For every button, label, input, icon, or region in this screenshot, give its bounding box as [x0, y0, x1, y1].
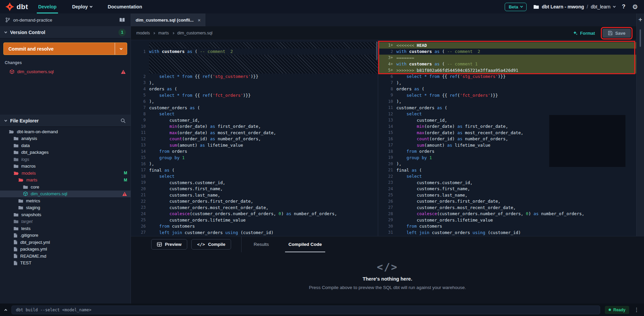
chevron-down-icon [4, 30, 7, 33]
status-badge[interactable]: Ready [605, 306, 629, 314]
diff-pane-incoming[interactable]: 1+<<<<<<< HEAD2with customers as ( -- co… [378, 40, 636, 236]
results-tab-results[interactable]: Results [250, 236, 272, 252]
tree-item-gitignore[interactable]: .gitignore [0, 232, 131, 239]
nav-item-develop[interactable]: Develop [37, 0, 58, 13]
diff-pane-current[interactable]: 1with customers as ( -- comment 22 selec… [131, 40, 378, 236]
line-number: 19 [131, 180, 149, 185]
compile-button[interactable]: </> Compile [191, 239, 231, 250]
docs-book-icon[interactable] [119, 18, 125, 23]
tree-item-packages-yml[interactable]: packages.yml [0, 246, 131, 253]
line-number: 9 [378, 93, 396, 97]
code-line-12: 12 count(order_id) as number_of_orders, [131, 136, 378, 142]
tree-item-staging[interactable]: staging [0, 204, 131, 211]
empty-state: </> There's nothing here. Press Compile … [131, 252, 644, 304]
line-number: 27 [378, 205, 396, 210]
tree-item-dbt-learn-on-demand[interactable]: dbt-learn-on-demand [0, 128, 131, 135]
code-line-26: 26 from customers [131, 223, 378, 230]
results-panel-toolbar: Preview </> Compile ResultsCompiled Code [131, 236, 644, 252]
nav-item-documentation[interactable]: Documentation [106, 0, 143, 13]
preview-button[interactable]: Preview [151, 239, 187, 250]
version-control-header[interactable]: Version Control 1 [0, 26, 131, 38]
tree-item-metrics[interactable]: metrics [0, 197, 131, 204]
tree-item-snapshots[interactable]: snapshots [0, 211, 131, 218]
left-pane-scrollbar[interactable] [376, 41, 377, 60]
line-number: 11 [378, 105, 396, 110]
right-pane-scrollbar[interactable] [640, 29, 641, 47]
code-line-4: 4+with customers as ( -- comment 1 [378, 61, 636, 67]
folder-open-icon [18, 178, 24, 182]
tree-item-core[interactable]: core [0, 183, 131, 191]
beta-label: Beta [509, 4, 518, 9]
code-line-4: 4orders as ( [131, 86, 378, 92]
line-number: 16 [131, 162, 149, 166]
tree-item-dbt-project-yml[interactable]: dbt_project.yml [0, 239, 131, 246]
tree-item-logs[interactable]: logs [0, 156, 131, 163]
code-line-21: 21 customers.last_name, [131, 192, 378, 198]
search-icon[interactable] [120, 118, 126, 123]
breadcrumb-dim-customers-sql[interactable]: dim_customers.sql [177, 31, 213, 35]
tab-dim-customers[interactable]: dim_customers.sql (confli... × [131, 13, 205, 26]
dbt-logo[interactable]: dbt [0, 0, 37, 13]
version-control-title: Version Control [10, 30, 45, 35]
project-branch: dbt_learn [591, 4, 610, 9]
tree-item-models[interactable]: modelsM [0, 170, 131, 177]
code-line-30: 30 from customers [378, 223, 636, 230]
tree-item-data[interactable]: data [0, 142, 131, 149]
code-line-9: 9 customer_id, [131, 117, 378, 123]
tree-item-label: analysis [21, 136, 37, 141]
tree-item-dim-customers-sql[interactable]: dim_customers.sql [0, 191, 131, 198]
line-number: 10 [378, 99, 396, 104]
changed-file-dim-customers-sql[interactable]: dim_customers.sql [0, 68, 131, 76]
tree-item-test[interactable]: TEST [0, 260, 131, 267]
tree-item-target[interactable]: target [0, 218, 131, 225]
tree-item-label: dbt_packages [21, 150, 49, 155]
line-number: 15 [131, 155, 149, 160]
format-button[interactable]: Format [573, 31, 595, 36]
changes-list: dim_customers.sql [0, 68, 131, 76]
tree-item-marts[interactable]: martsM [0, 177, 131, 184]
breadcrumb-marts[interactable]: marts [158, 31, 169, 35]
top-navbar: dbt DevelopDeployDocumentation Beta dbt … [0, 0, 644, 13]
save-button[interactable]: Save [603, 29, 631, 38]
commit-button-caret[interactable] [115, 43, 127, 55]
tree-item-tests[interactable]: tests [0, 225, 131, 232]
folder-open-icon [9, 130, 14, 134]
branch-row[interactable]: on-demand-practice [0, 13, 131, 26]
code-line-2: 2 select * from {{ ref('stg_customers')}… [131, 74, 378, 80]
commit-and-resolve-button[interactable]: Commit and resolve [3, 42, 127, 55]
code-line-23: 23 customer_orders.most_recent_order_dat… [131, 204, 378, 211]
line-number: 4 [131, 87, 149, 91]
code-line-7: 7customer_orders as ( [131, 105, 378, 111]
code-line-25: 25 customer_orders.lifetime_value [131, 217, 378, 223]
kebab-menu-icon[interactable]: ⋮ [634, 307, 639, 313]
modified-badge: M [124, 171, 127, 175]
line-number: 30 [378, 224, 396, 229]
help-button[interactable]: ? [622, 3, 625, 10]
line-number: 1+ [378, 43, 396, 48]
code-line-28: 28) [131, 236, 378, 236]
settings-gear-button[interactable]: ⚙ [632, 3, 638, 11]
code-line-11: 11customer_orders as ( [378, 105, 636, 111]
nav-item-deploy[interactable]: Deploy [71, 0, 94, 13]
breadcrumb-models[interactable]: models [136, 31, 150, 35]
close-icon[interactable]: × [198, 17, 201, 23]
tree-item-analysis[interactable]: analysis [0, 135, 131, 142]
expand-command-bar-icon[interactable] [4, 309, 7, 312]
chevron-down-icon [90, 5, 92, 7]
beta-dropdown[interactable]: Beta [505, 3, 527, 11]
tree-item-label: README.md [20, 254, 46, 259]
compile-label: Compile [208, 242, 225, 247]
tree-item-dbt-packages[interactable]: dbt_packages [0, 149, 131, 156]
file-explorer-header[interactable]: File Explorer [0, 115, 131, 127]
preview-label: Preview [165, 242, 181, 247]
breadcrumb: modelsmartsdim_customers.sql [136, 31, 213, 35]
command-input[interactable] [11, 306, 600, 314]
project-switcher[interactable]: dbt Learn - mwong / dbt_learn [533, 4, 615, 9]
line-number: 2 [378, 49, 396, 54]
empty-state-subtitle: Press Compile above to preview the SQL d… [309, 285, 466, 290]
file-explorer-section: File Explorer dbt-learn-on-demandanalysi… [0, 115, 131, 304]
results-tab-compiled-code[interactable]: Compiled Code [285, 236, 325, 252]
tree-item-macros[interactable]: macros [0, 163, 131, 170]
tree-item-readme-md[interactable]: README.md [0, 253, 131, 260]
new-tab-button[interactable]: + [638, 16, 642, 23]
